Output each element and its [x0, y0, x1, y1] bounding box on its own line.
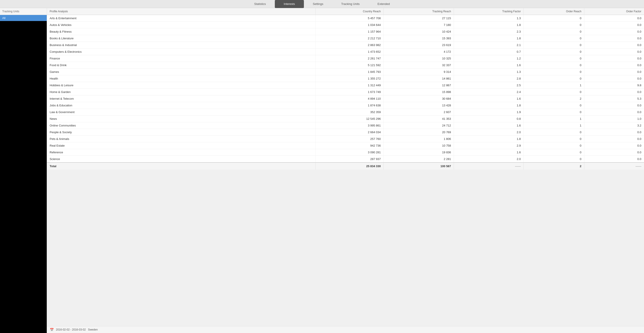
cell-country-reach: 5 121 592 [316, 62, 384, 69]
content-area: Profile Analysis Country Reach Tracking … [47, 8, 644, 333]
cell-order-reach: 0 [524, 55, 584, 62]
cell-order-factor: 0.0 [584, 35, 644, 42]
cell-tracking-factor: 1.2 [454, 55, 524, 62]
cell-profile: Health [47, 75, 316, 82]
cell-tracking-reach: 1 806 [384, 136, 454, 142]
col-header-country-reach: Country Reach [316, 8, 384, 15]
cell-order-factor: 1.0 [584, 116, 644, 122]
cell-profile: People & Society [47, 129, 316, 136]
cell-tracking-factor: 0.8 [454, 116, 524, 122]
cell-order-factor: 0.0 [584, 89, 644, 95]
sidebar: Tracking Units All [0, 8, 47, 333]
footer-bar: 📅 2016-02-02 - 2016-03-02 Sweden [47, 326, 644, 333]
footer-country-reach: 25 834 330 [316, 162, 384, 170]
table-row: Beauty & Fitness 1 157 964 10 424 2.3 0 … [47, 28, 644, 35]
cell-tracking-reach: 41 353 [384, 116, 454, 122]
cell-tracking-reach: 9 314 [384, 69, 454, 75]
cell-tracking-factor: 1.6 [454, 149, 524, 156]
cell-order-reach: 0 [524, 149, 584, 156]
cell-profile: Games [47, 69, 316, 75]
cell-order-reach: 0 [524, 62, 584, 69]
cell-tracking-factor: 1.9 [454, 109, 524, 116]
main-layout: Tracking Units All Profile Analysis Coun… [0, 8, 644, 333]
cell-order-factor: 0.0 [584, 142, 644, 149]
cell-order-reach: 0 [524, 109, 584, 116]
cell-profile: Online Communities [47, 122, 316, 129]
cell-tracking-factor: 2.9 [454, 142, 524, 149]
table-row: Autos & Vehicles 1 034 644 7 180 1.8 0 0… [47, 22, 644, 28]
cell-tracking-reach: 10 758 [384, 142, 454, 149]
cell-order-reach: 0 [524, 102, 584, 109]
tab-tracking-units[interactable]: Tracking Units [332, 0, 369, 8]
cell-profile: Internet & Telecom [47, 95, 316, 102]
cell-country-reach: 4 894 110 [316, 95, 384, 102]
cell-order-factor: 0.0 [584, 55, 644, 62]
cell-order-factor: 0.0 [584, 69, 644, 75]
location: Sweden [88, 328, 98, 331]
cell-tracking-factor: 1.8 [454, 136, 524, 142]
table-row: Books & Literature 2 212 710 15 393 1.8 … [47, 35, 644, 42]
cell-tracking-reach: 2 281 [384, 156, 454, 163]
sidebar-item-all[interactable]: All [0, 15, 47, 21]
cell-tracking-factor: 1.8 [454, 102, 524, 109]
cell-profile: Law & Government [47, 109, 316, 116]
cell-order-reach: 2 [524, 95, 584, 102]
cell-tracking-reach: 14 861 [384, 75, 454, 82]
cell-tracking-factor: 2.5 [454, 82, 524, 89]
cell-order-factor: 0.0 [584, 102, 644, 109]
cell-profile: Pets & Animals [47, 136, 316, 142]
table-row: Food & Drink 5 121 592 32 337 1.6 0 0.0 [47, 62, 644, 69]
cell-profile: Autos & Vehicles [47, 22, 316, 28]
cell-profile: Hobbies & Leisure [47, 82, 316, 89]
table-row: Finance 2 261 747 10 325 1.2 0 0.0 [47, 55, 644, 62]
cell-tracking-reach: 23 619 [384, 42, 454, 48]
cell-tracking-factor: 1.8 [454, 35, 524, 42]
table-row: Computers & Electronics 1 473 652 4 172 … [47, 48, 644, 55]
cell-order-factor: 0.0 [584, 15, 644, 22]
cell-country-reach: 1 157 964 [316, 28, 384, 35]
table-row: Law & Government 352 359 2 607 1.9 0 0.0 [47, 109, 644, 116]
footer-label: Total [47, 162, 316, 170]
cell-tracking-factor: 2.0 [454, 129, 524, 136]
cell-tracking-factor: 1.8 [454, 22, 524, 28]
cell-profile: Computers & Electronics [47, 48, 316, 55]
cell-country-reach: 942 736 [316, 142, 384, 149]
cell-country-reach: 2 863 982 [316, 42, 384, 48]
cell-order-factor: 9.8 [584, 82, 644, 89]
cell-tracking-factor: 2.4 [454, 89, 524, 95]
tab-extended[interactable]: Extended [368, 0, 399, 8]
cell-country-reach: 3 995 861 [316, 122, 384, 129]
cell-tracking-factor: 2.3 [454, 28, 524, 35]
cell-order-reach: 0 [524, 89, 584, 95]
cell-tracking-reach: 20 769 [384, 129, 454, 136]
col-header-tracking-reach: Tracking Reach [384, 8, 454, 15]
cell-tracking-reach: 27 115 [384, 15, 454, 22]
tab-interests[interactable]: Interests [275, 0, 304, 8]
cell-order-factor: 0.0 [584, 62, 644, 69]
cell-country-reach: 1 874 638 [316, 102, 384, 109]
cell-order-reach: 0 [524, 129, 584, 136]
col-header-order-factor: Order Factor [584, 8, 644, 15]
cell-country-reach: 352 359 [316, 109, 384, 116]
cell-country-reach: 1 473 652 [316, 48, 384, 55]
table-row: Real Estate 942 736 10 758 2.9 0 0.0 [47, 142, 644, 149]
cell-tracking-reach: 30 684 [384, 95, 454, 102]
cell-order-factor: 0.0 [584, 109, 644, 116]
table-footer-row: Total 25 834 330 100 587 —— 2 —— [47, 162, 644, 170]
tab-settings[interactable]: Settings [304, 0, 332, 8]
cell-order-factor: 0.0 [584, 136, 644, 142]
cell-order-reach: 0 [524, 35, 584, 42]
cell-tracking-reach: 15 393 [384, 35, 454, 42]
cell-order-factor: 0.0 [584, 75, 644, 82]
table-container[interactable]: Profile Analysis Country Reach Tracking … [47, 8, 644, 326]
calendar-icon: 📅 [50, 328, 54, 332]
cell-country-reach: 2 664 034 [316, 129, 384, 136]
cell-order-factor: 3.2 [584, 122, 644, 129]
cell-order-reach: 0 [524, 69, 584, 75]
cell-profile: Books & Literature [47, 35, 316, 42]
cell-profile: Food & Drink [47, 62, 316, 69]
cell-country-reach: 5 457 708 [316, 15, 384, 22]
tab-statistics[interactable]: Statistics [245, 0, 275, 8]
table-row: Internet & Telecom 4 894 110 30 684 1.6 … [47, 95, 644, 102]
cell-order-factor: 0.0 [584, 156, 644, 163]
